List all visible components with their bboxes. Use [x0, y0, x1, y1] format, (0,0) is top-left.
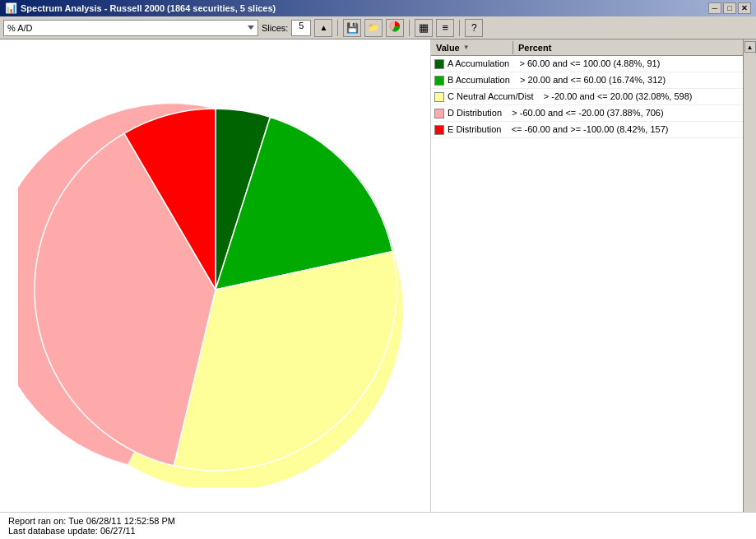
legend-item-range-a: > 60.00 and <= 100.00 (4.88%, 91) [519, 58, 660, 68]
value-column-label: Value [436, 43, 460, 53]
legend-item-e: E Distribution <= -60.00 and >= -100.00 … [431, 122, 743, 138]
help-button[interactable]: ? [465, 19, 483, 37]
legend-item-range-e: <= -60.00 and >= -100.00 (8.42%, 157) [512, 124, 669, 134]
toolbar: % A/D Slices: 5 ▲ 💾 📁 ▦ ≡ ? [0, 16, 756, 39]
legend-color-a [434, 59, 444, 69]
footer-line2: Last database update: 06/27/11 [8, 526, 748, 536]
legend-header-value: Value ▼ [431, 41, 513, 54]
slices-input[interactable]: 5 [291, 20, 311, 36]
legend-item-range-b: > 20.00 and <= 60.00 (16.74%, 312) [520, 75, 666, 85]
legend-color-d [434, 109, 444, 118]
toolbar-separator-3 [459, 20, 460, 36]
legend-item-range-c: > -20.00 and <= 20.00 (32.08%, 598) [544, 91, 693, 101]
legend-color-e [434, 125, 444, 135]
analysis-dropdown[interactable]: % A/D [3, 20, 258, 36]
legend-label-a: A Accumulation > 60.00 and <= 100.00 (4.… [448, 58, 740, 68]
legend-item-a: A Accumulation > 60.00 and <= 100.00 (4.… [431, 56, 743, 72]
legend-label-e: E Distribution <= -60.00 and >= -100.00 … [448, 124, 740, 134]
app-icon: 📊 [5, 2, 17, 14]
legend-label-b: B Accumulation > 20.00 and <= 60.00 (16.… [448, 75, 740, 85]
save-button[interactable]: 💾 [343, 19, 361, 37]
window-title: Spectrum Analysis - Russell 2000 (1864 s… [21, 3, 276, 13]
close-button[interactable]: ✕ [738, 2, 751, 14]
pie-canvas [18, 92, 413, 487]
toolbar-separator-2 [409, 20, 410, 36]
grid-button[interactable]: ▦ [415, 19, 433, 37]
table-icon: ≡ [443, 21, 449, 34]
legend-item-name-a: A Accumulation [448, 58, 509, 68]
legend-item-name-b: B Accumulation [448, 75, 510, 85]
legend-item-range-d: > -60.00 and <= -20.00 (37.88%, 706) [512, 108, 663, 118]
export-icon: 📁 [368, 22, 379, 33]
title-bar-left: 📊 Spectrum Analysis - Russell 2000 (1864… [5, 2, 276, 14]
legend-item-d: D Distribution > -60.00 and <= -20.00 (3… [431, 105, 743, 122]
legend-color-c [434, 92, 444, 102]
legend-item-name-c: C Neutral Accum/Dist [448, 91, 534, 101]
pie-chart-button[interactable] [386, 19, 404, 37]
slices-label: Slices: [262, 23, 288, 33]
title-bar: 📊 Spectrum Analysis - Russell 2000 (1864… [0, 0, 756, 16]
help-icon: ? [471, 22, 477, 34]
footer: Report ran on: Tue 06/28/11 12:52:58 PM … [0, 512, 756, 539]
maximize-button[interactable]: □ [723, 2, 736, 14]
sort-icon[interactable]: ▼ [463, 44, 470, 51]
minimize-button[interactable]: ─ [708, 2, 721, 14]
legend-item-b: B Accumulation > 20.00 and <= 60.00 (16.… [431, 72, 743, 89]
legend-items-container: A Accumulation > 60.00 and <= 100.00 (4.… [431, 56, 743, 138]
slices-increment-button[interactable]: ▲ [314, 19, 332, 37]
main-content: Value ▼ Percent A Accumulation > 60.00 a… [0, 39, 756, 539]
title-bar-buttons[interactable]: ─ □ ✕ [708, 2, 751, 14]
chart-area [0, 39, 430, 539]
save-icon: 💾 [346, 22, 359, 34]
export-button[interactable]: 📁 [364, 19, 383, 37]
pie-chart [18, 92, 413, 487]
legend-panel: Value ▼ Percent A Accumulation > 60.00 a… [430, 39, 743, 539]
legend-item-c: C Neutral Accum/Dist > -20.00 and <= 20.… [431, 89, 743, 105]
dropdown-arrow-icon [248, 26, 254, 30]
legend-item-name-e: E Distribution [448, 124, 501, 134]
percent-column-label: Percent [518, 43, 551, 53]
footer-line1: Report ran on: Tue 06/28/11 12:52:58 PM [8, 516, 748, 526]
table-button[interactable]: ≡ [436, 19, 454, 37]
scroll-up-button[interactable]: ▲ [744, 41, 756, 53]
grid-icon: ▦ [419, 21, 429, 34]
legend-label-c: C Neutral Accum/Dist > -20.00 and <= 20.… [448, 91, 740, 101]
legend-header: Value ▼ Percent [431, 39, 743, 56]
legend-item-name-d: D Distribution [448, 108, 502, 118]
pie-chart-icon [389, 21, 401, 35]
legend-label-d: D Distribution > -60.00 and <= -20.00 (3… [448, 108, 740, 118]
toolbar-separator-1 [337, 20, 338, 36]
legend-color-b [434, 76, 444, 86]
dropdown-value: % A/D [7, 23, 33, 33]
scrollbar[interactable]: ▲ ▼ [743, 39, 756, 539]
legend-header-percent: Percent [513, 41, 556, 54]
